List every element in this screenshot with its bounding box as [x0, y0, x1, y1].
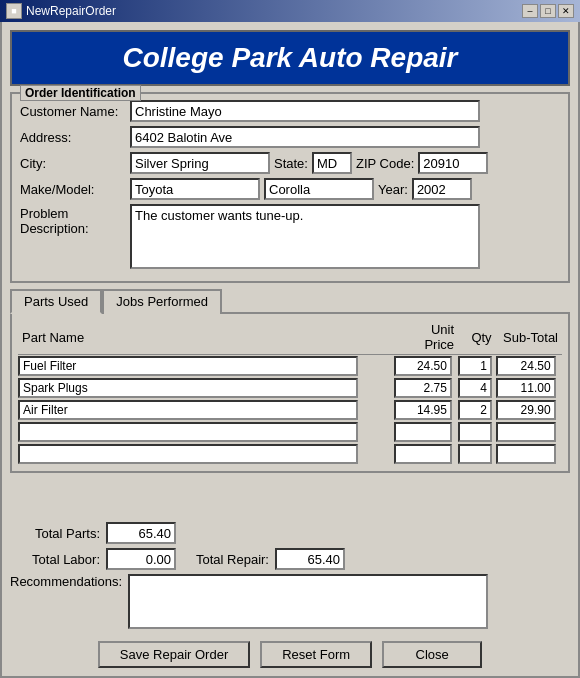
part-subtotal-input[interactable] [496, 378, 556, 398]
window-icon: ■ [6, 3, 22, 19]
window-controls: – □ ✕ [522, 4, 574, 18]
table-row [18, 421, 562, 443]
zip-label: ZIP Code: [356, 156, 414, 171]
close-window-button[interactable]: ✕ [558, 4, 574, 18]
address-row: Address: [20, 126, 560, 148]
maximize-button[interactable]: □ [540, 4, 556, 18]
make-input[interactable] [130, 178, 260, 200]
parts-table: Part Name Unit Price Qty Sub-Total [18, 320, 562, 465]
col-header-sub-total: Sub-Total [496, 320, 562, 355]
tabs-container: Parts Used Jobs Performed Part Name Unit… [10, 289, 570, 512]
col-header-part-name: Part Name [18, 320, 394, 355]
make-model-year-row: Make/Model: Year: [20, 178, 560, 200]
part-price-input[interactable] [394, 422, 452, 442]
part-price-input[interactable] [394, 400, 452, 420]
tab-bar: Parts Used Jobs Performed [10, 289, 570, 314]
footer-buttons: Save Repair Order Reset Form Close [10, 641, 570, 668]
part-price-input[interactable] [394, 356, 452, 376]
window-title: NewRepairOrder [26, 4, 116, 18]
part-subtotal-input[interactable] [496, 400, 556, 420]
recommendations-label: Recommendations: [10, 574, 122, 589]
order-identification-legend: Order Identification [20, 85, 141, 101]
part-name-input[interactable] [18, 422, 358, 442]
part-name-input[interactable] [18, 444, 358, 464]
state-label: State: [274, 156, 308, 171]
customer-name-row: Customer Name: [20, 100, 560, 122]
year-label: Year: [378, 182, 408, 197]
problem-description-row: Problem Description: [20, 204, 560, 269]
part-name-input[interactable] [18, 378, 358, 398]
part-price-input[interactable] [394, 444, 452, 464]
total-repair-input[interactable] [275, 548, 345, 570]
part-name-input[interactable] [18, 356, 358, 376]
zip-input[interactable] [418, 152, 488, 174]
totals-section: Total Parts: Total Labor: Total Repair: … [10, 522, 570, 629]
title-bar: ■ NewRepairOrder – □ ✕ [0, 0, 580, 22]
total-parts-label: Total Parts: [10, 526, 100, 541]
total-labor-input[interactable] [106, 548, 176, 570]
part-subtotal-input[interactable] [496, 444, 556, 464]
main-window: College Park Auto Repair Order Identific… [0, 22, 580, 678]
col-header-qty: Qty [458, 320, 496, 355]
state-input[interactable] [312, 152, 352, 174]
total-labor-label: Total Labor: [10, 552, 100, 567]
city-state-zip-row: City: State: ZIP Code: [20, 152, 560, 174]
address-label: Address: [20, 130, 130, 145]
total-labor-repair-row: Total Labor: Total Repair: [10, 548, 570, 570]
table-row [18, 377, 562, 399]
tab-jobs-performed[interactable]: Jobs Performed [102, 289, 222, 314]
table-row [18, 399, 562, 421]
recommendations-row: Recommendations: [10, 574, 570, 629]
table-row [18, 355, 562, 378]
make-model-label: Make/Model: [20, 182, 130, 197]
tab-parts-used[interactable]: Parts Used [10, 289, 102, 314]
total-parts-input[interactable] [106, 522, 176, 544]
city-label: City: [20, 156, 130, 171]
close-button[interactable]: Close [382, 641, 482, 668]
part-qty-input[interactable] [458, 400, 492, 420]
recommendations-input[interactable] [128, 574, 488, 629]
year-input[interactable] [412, 178, 472, 200]
part-subtotal-input[interactable] [496, 356, 556, 376]
save-repair-order-button[interactable]: Save Repair Order [98, 641, 250, 668]
problem-description-input[interactable] [130, 204, 480, 269]
part-name-input[interactable] [18, 400, 358, 420]
customer-name-input[interactable] [130, 100, 480, 122]
total-repair-label: Total Repair: [196, 552, 269, 567]
part-qty-input[interactable] [458, 444, 492, 464]
customer-name-label: Customer Name: [20, 104, 130, 119]
part-qty-input[interactable] [458, 356, 492, 376]
tab-content-parts: Part Name Unit Price Qty Sub-Total [10, 312, 570, 473]
order-identification-group: Order Identification Customer Name: Addr… [10, 92, 570, 283]
part-price-input[interactable] [394, 378, 452, 398]
address-input[interactable] [130, 126, 480, 148]
reset-form-button[interactable]: Reset Form [260, 641, 372, 668]
table-row [18, 443, 562, 465]
part-subtotal-input[interactable] [496, 422, 556, 442]
total-parts-row: Total Parts: [10, 522, 570, 544]
minimize-button[interactable]: – [522, 4, 538, 18]
app-header: College Park Auto Repair [10, 30, 570, 86]
problem-description-label: Problem Description: [20, 204, 130, 236]
model-input[interactable] [264, 178, 374, 200]
part-qty-input[interactable] [458, 422, 492, 442]
city-input[interactable] [130, 152, 270, 174]
part-qty-input[interactable] [458, 378, 492, 398]
col-header-unit-price: Unit Price [394, 320, 458, 355]
